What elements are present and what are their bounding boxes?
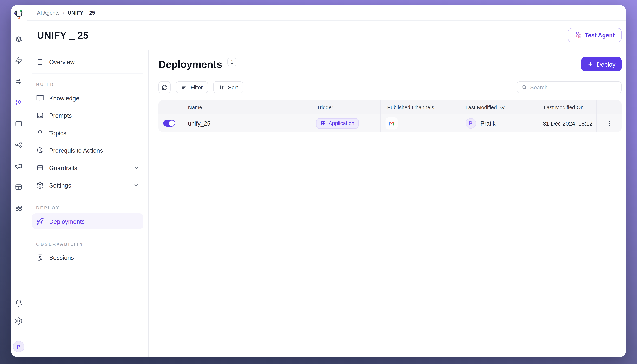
sidebar-item-label: Overview (49, 58, 75, 65)
panel-layout-icon[interactable] (15, 120, 23, 128)
kebab-menu-button[interactable] (604, 118, 614, 128)
gmail-icon (388, 120, 395, 127)
rocket-icon (36, 218, 44, 225)
grid-table-icon (36, 164, 44, 172)
modifier-avatar: P (465, 118, 476, 128)
terminal-icon (36, 112, 44, 119)
table-toolbar: Filter Sort (158, 81, 621, 93)
gmail-channel-chip[interactable] (386, 117, 398, 129)
column-header-actions (596, 100, 621, 114)
breadcrumb-parent[interactable]: AI Agents (37, 10, 60, 16)
breadcrumb-separator: / (63, 10, 64, 16)
column-header-name: Name (158, 100, 310, 114)
sidebar-item-overview[interactable]: Overview (32, 54, 143, 70)
search-icon (521, 84, 527, 90)
deployments-heading: Deployments (158, 58, 222, 70)
sidebar-item-label: Knowledge (49, 94, 80, 101)
test-agent-button[interactable]: AI Test Agent (568, 28, 621, 42)
kebab-icon (606, 120, 612, 126)
sidebar-item-label: Prompts (49, 112, 72, 119)
section-label-deploy: DEPLOY (32, 201, 143, 214)
trigger-label: Application (329, 120, 355, 126)
svg-text:AI: AI (578, 36, 580, 38)
ai-sparkles-icon[interactable] (15, 99, 23, 107)
row-actions-cell (596, 114, 621, 132)
column-header-last-modified-by: Last Modified By (459, 100, 537, 114)
user-avatar[interactable]: P (13, 341, 24, 352)
sidebar-item-topics[interactable]: Topics (32, 125, 143, 140)
test-agent-label: Test Agent (585, 32, 614, 38)
sort-label: Sort (228, 84, 238, 90)
sidebar-divider (32, 74, 143, 74)
table-row: unify_25 Application (158, 114, 621, 132)
megaphone-icon[interactable] (15, 162, 23, 170)
trigger-chip[interactable]: Application (316, 118, 359, 128)
sidebar-item-label: Settings (49, 182, 71, 189)
sidebar-item-guardrails[interactable]: Guardrails (32, 160, 143, 175)
section-label-build: BUILD (32, 78, 143, 90)
column-header-last-modified-on: Last Modified On (537, 100, 596, 114)
document-search-icon (36, 254, 44, 261)
deploy-button[interactable]: Deploy (581, 57, 621, 72)
agent-sidebar: Overview BUILD Knowledge (27, 50, 149, 357)
layers-icon[interactable] (15, 36, 23, 44)
document-icon (36, 58, 44, 66)
refresh-button[interactable] (158, 81, 171, 93)
sidebar-item-label: Topics (49, 129, 67, 136)
sidebar-item-settings[interactable]: Settings (32, 178, 143, 193)
deployments-count-badge: 1 (227, 58, 236, 66)
zap-icon[interactable] (15, 56, 23, 64)
book-icon (36, 94, 44, 102)
main-content: Deployments 1 Deploy (149, 50, 626, 357)
gear-icon (36, 181, 44, 189)
arrows-right-icon[interactable] (15, 78, 23, 86)
body-row: Overview BUILD Knowledge (27, 50, 626, 357)
plus-icon (588, 61, 594, 67)
app-window: P AI Agents / UNIFY _ 25 UNIFY _ 25 (11, 5, 626, 357)
title-bar: UNIFY _ 25 AI Test Agent (27, 21, 626, 50)
filter-lines-icon (181, 84, 187, 90)
table-icon[interactable] (15, 183, 23, 191)
sidebar-item-label: Deployments (49, 218, 85, 225)
chevron-down-icon (133, 182, 139, 188)
deploy-label: Deploy (596, 61, 615, 68)
chevron-down-icon (133, 165, 139, 171)
right-pane: AI Agents / UNIFY _ 25 UNIFY _ 25 AI (27, 5, 626, 357)
sidebar-item-sessions[interactable]: Sessions (32, 250, 143, 265)
sort-button[interactable]: Sort (213, 81, 243, 93)
column-header-published-channels: Published Channels (380, 100, 459, 114)
ai-star-icon: AI (575, 32, 582, 39)
published-channels-cell (380, 114, 459, 132)
breadcrumb: AI Agents / UNIFY _ 25 (27, 5, 626, 21)
last-modified-on-cell: 31 Dec 2024, 18:12 (537, 114, 596, 132)
sidebar-item-prerequisite-actions[interactable]: Prerequisite Actions (32, 142, 143, 158)
build-group: Knowledge Prompts (32, 90, 143, 193)
refresh-icon (162, 84, 168, 90)
apps-grid-icon[interactable] (15, 204, 23, 212)
gear-icon[interactable] (15, 317, 23, 325)
bell-icon[interactable] (15, 299, 23, 307)
lightbulb-icon (36, 129, 44, 137)
modifier-name: Pratik (481, 120, 496, 126)
filter-button[interactable]: Filter (176, 81, 208, 93)
deployment-name: unify_25 (188, 120, 210, 126)
screenshot-stage: P AI Agents / UNIFY _ 25 UNIFY _ 25 (0, 0, 637, 364)
sidebar-item-deployments[interactable]: Deployments (32, 214, 143, 229)
table-header-row: Name Trigger Published Channels Last Mod… (158, 100, 621, 114)
sidebar-item-label: Sessions (49, 254, 74, 261)
app-logo-icon[interactable] (13, 9, 24, 20)
sidebar-divider (32, 233, 143, 234)
rail-bottom: P (11, 299, 27, 352)
search-input[interactable] (530, 84, 617, 90)
sidebar-item-label: Prerequisite Actions (49, 147, 103, 154)
breadcrumb-current: UNIFY _ 25 (68, 10, 95, 16)
sidebar-divider (32, 197, 143, 198)
trigger-cell: Application (310, 114, 380, 132)
deployment-enabled-toggle[interactable] (163, 120, 175, 127)
sidebar-item-knowledge[interactable]: Knowledge (32, 90, 143, 106)
sort-arrows-icon (219, 84, 225, 90)
share-nodes-icon[interactable] (15, 141, 23, 149)
sidebar-item-prompts[interactable]: Prompts (32, 108, 143, 123)
section-label-observability: OBSERVABILITY (32, 238, 143, 250)
deployments-table: Name Trigger Published Channels Last Mod… (158, 100, 621, 132)
